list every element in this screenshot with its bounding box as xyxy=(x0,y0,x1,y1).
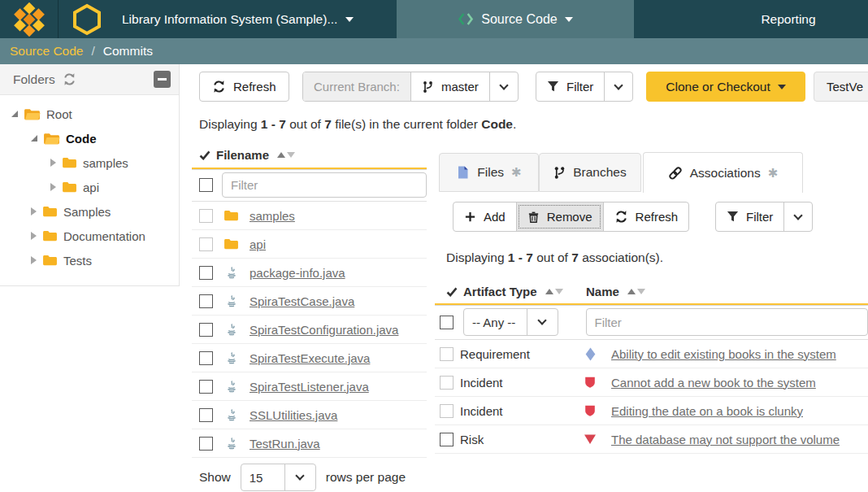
artifact-type-filter-dropdown[interactable] xyxy=(527,309,558,335)
expander-closed-icon[interactable] xyxy=(50,183,56,191)
show-label: Show xyxy=(199,470,231,485)
file-row-checkbox[interactable] xyxy=(199,437,213,451)
expander-open-icon[interactable] xyxy=(31,135,37,142)
file-row-checkbox[interactable] xyxy=(199,237,213,251)
association-name-filter-input[interactable] xyxy=(586,308,868,336)
expander-open-icon[interactable] xyxy=(11,111,18,117)
file-link[interactable]: TestRun.java xyxy=(250,437,320,451)
association-row-checkbox[interactable] xyxy=(440,347,454,361)
association-row-checkbox[interactable] xyxy=(440,404,454,418)
association-link[interactable]: Cannot add a new book to the system xyxy=(611,376,816,390)
remove-association-button[interactable]: Remove xyxy=(516,202,603,231)
files-filter-input[interactable] xyxy=(222,172,427,198)
tab-files[interactable]: Files ✱ xyxy=(439,153,539,192)
file-row-checkbox[interactable] xyxy=(199,351,213,365)
file-row-checkbox[interactable] xyxy=(199,380,213,394)
add-association-button[interactable]: Add xyxy=(454,202,516,231)
sort-descending-icon[interactable] xyxy=(637,289,645,294)
refresh-icon xyxy=(212,80,226,94)
tree-item-tests[interactable]: Tests xyxy=(0,248,179,272)
files-filter-group: Filter xyxy=(536,72,633,102)
expander-closed-icon[interactable] xyxy=(31,256,37,264)
files-filter-row xyxy=(192,169,427,202)
name-column-header[interactable]: Name xyxy=(586,285,645,298)
association-link[interactable]: The database may not support the volume xyxy=(611,433,840,446)
spira-logo[interactable] xyxy=(0,0,58,38)
association-link[interactable]: Ability to edit existing books in the sy… xyxy=(611,347,836,361)
association-link[interactable]: Editing the date on a book is clunky xyxy=(611,404,803,418)
file-row: SSLUtilities.java xyxy=(192,401,427,429)
branch-dropdown-button[interactable] xyxy=(489,72,518,101)
association-row-checkbox[interactable] xyxy=(440,376,454,390)
file-row-checkbox[interactable] xyxy=(199,266,213,280)
tree-item-samples[interactable]: Samples xyxy=(0,199,179,224)
association-actions-group: Add Remove Refresh xyxy=(453,202,689,232)
product-logo[interactable] xyxy=(59,0,115,38)
artifact-type-label: Requirement xyxy=(460,347,582,361)
file-row-checkbox[interactable] xyxy=(199,209,213,223)
branch-button[interactable]: master xyxy=(410,72,489,101)
collapse-sidebar-button[interactable] xyxy=(154,71,171,88)
file-link[interactable]: SSLUtilities.java xyxy=(250,408,337,422)
requirement-diamond-icon xyxy=(584,347,597,361)
breadcrumb-source-code-link[interactable]: Source Code xyxy=(10,44,83,59)
file-link[interactable]: SpiraTestExecute.java xyxy=(250,351,370,365)
files-summary-text: out of xyxy=(286,117,324,131)
nav-tab-reporting[interactable]: Reporting xyxy=(736,0,841,38)
tree-item-code[interactable]: Code xyxy=(0,126,179,150)
tree-item-documentation[interactable]: Documentation xyxy=(0,224,179,248)
file-link[interactable]: api xyxy=(250,237,266,251)
refresh-button[interactable]: Refresh xyxy=(199,72,289,102)
file-link[interactable]: package-info.java xyxy=(250,266,345,280)
filter-dropdown-button[interactable] xyxy=(783,202,812,231)
java-file-icon xyxy=(225,437,238,451)
link-icon xyxy=(668,166,683,181)
file-row-checkbox[interactable] xyxy=(199,408,213,422)
file-link[interactable]: samples xyxy=(250,209,295,223)
tree-item-samples-sub[interactable]: samples xyxy=(0,150,179,175)
filter-dropdown-button[interactable] xyxy=(604,72,632,101)
file-link[interactable]: SpiraTestCase.java xyxy=(250,294,354,308)
page-size-dropdown[interactable] xyxy=(284,464,315,490)
filter-button[interactable]: Filter xyxy=(536,72,604,101)
artifact-type-column-header[interactable]: Artifact Type xyxy=(446,285,563,298)
project-selector-dropdown[interactable]: Library Information System (Sample)... xyxy=(122,0,354,38)
expander-closed-icon[interactable] xyxy=(50,159,56,167)
clone-or-checkout-button[interactable]: Clone or Checkout xyxy=(646,72,805,102)
association-row-checkbox[interactable] xyxy=(440,433,454,446)
tree-item-api[interactable]: api xyxy=(0,175,179,199)
sort-ascending-icon[interactable] xyxy=(277,152,285,158)
refresh-folders-icon[interactable] xyxy=(63,72,76,86)
code-brackets-icon xyxy=(458,13,474,25)
refresh-associations-button[interactable]: Refresh xyxy=(603,202,689,231)
tab-branches[interactable]: Branches xyxy=(539,153,641,192)
sort-descending-icon[interactable] xyxy=(555,289,563,294)
association-filter-group: Filter xyxy=(715,202,813,232)
sort-ascending-icon[interactable] xyxy=(627,289,636,294)
select-all-associations-checkbox[interactable] xyxy=(440,316,454,329)
file-row-checkbox[interactable] xyxy=(199,294,213,308)
breadcrumb-current-page: Commits xyxy=(103,44,153,59)
file-row-checkbox[interactable] xyxy=(199,323,213,337)
folder-label: Documentation xyxy=(63,229,145,243)
closed-folder-icon xyxy=(224,237,239,250)
sort-descending-icon[interactable] xyxy=(287,152,295,158)
artifact-type-filter-select[interactable]: -- Any -- xyxy=(463,308,558,336)
sort-ascending-icon[interactable] xyxy=(545,289,553,294)
nav-tab-source-code[interactable]: Source Code xyxy=(397,0,634,38)
select-all-files-checkbox[interactable] xyxy=(199,178,213,192)
artifact-type-label: Incident xyxy=(460,376,582,390)
filename-column-header[interactable]: Filename xyxy=(199,148,295,162)
tab-associations[interactable]: Associations ✱ xyxy=(643,152,803,193)
file-page-icon xyxy=(456,165,470,180)
caret-down-icon xyxy=(565,17,573,22)
filter-associations-button[interactable]: Filter xyxy=(716,202,783,231)
page-size-select[interactable]: 15 xyxy=(241,464,316,491)
filter-button-label: Filter xyxy=(746,210,773,224)
expander-closed-icon[interactable] xyxy=(31,232,37,240)
test-velocity-button[interactable]: TestVe xyxy=(814,72,868,102)
file-link[interactable]: SpiraTestConfiguration.java xyxy=(250,323,398,337)
expander-closed-icon[interactable] xyxy=(31,207,37,216)
file-link[interactable]: SpiraTestListener.java xyxy=(250,380,369,394)
tree-item-root[interactable]: Root xyxy=(0,102,179,126)
